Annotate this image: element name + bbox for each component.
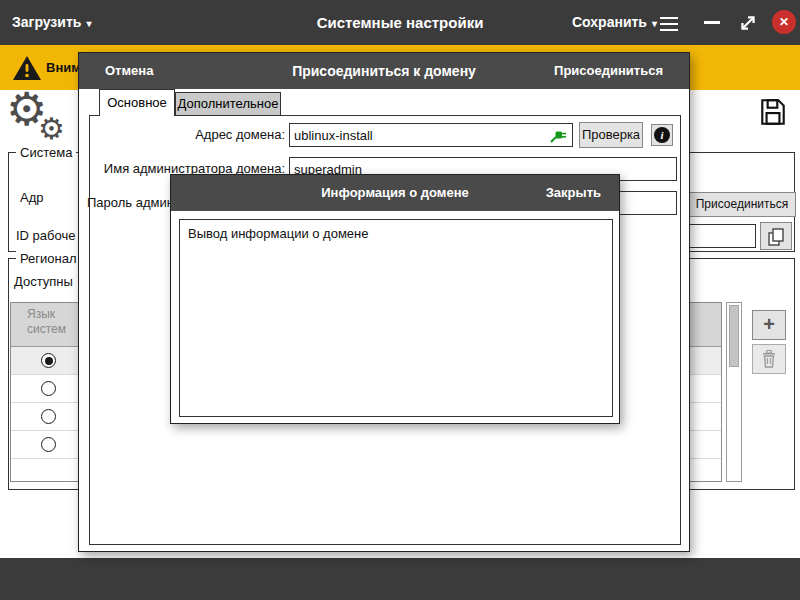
tab-advanced[interactable]: Дополнительное	[175, 92, 281, 116]
floppy-icon	[758, 97, 788, 127]
language-radio[interactable]	[41, 353, 56, 368]
chevron-down-icon: ▾	[652, 18, 657, 29]
copy-id-button[interactable]	[760, 222, 792, 250]
save-file-button[interactable]	[758, 97, 788, 131]
bottom-bar	[0, 558, 800, 600]
titlebar: Загрузить▾ Системные настройки Сохранить…	[0, 0, 800, 45]
language-radio[interactable]	[41, 409, 56, 424]
warning-icon	[12, 55, 42, 85]
check-button[interactable]: Проверка	[579, 122, 643, 148]
save-menu-button[interactable]: Сохранить▾	[572, 0, 657, 46]
info-close-button[interactable]: Закрыть	[546, 175, 601, 211]
connection-plug-icon	[549, 126, 567, 148]
minimize-icon	[704, 21, 720, 24]
admin-password-label: Пароль админ	[87, 191, 174, 215]
system-group-legend: Система	[16, 145, 76, 160]
menu-icon[interactable]	[660, 13, 678, 35]
copy-icon	[766, 227, 786, 247]
save-menu-label: Сохранить	[572, 14, 647, 30]
close-icon: ✕	[779, 15, 789, 29]
regional-group-legend: Регионал	[16, 251, 81, 266]
info-dialog-header: Информация о домене Закрыть	[171, 175, 619, 211]
minimize-button[interactable]	[704, 21, 720, 24]
domain-info-button[interactable]: i	[651, 124, 673, 146]
domain-address-label: Адрес домена:	[99, 123, 285, 147]
header-line2: систем	[27, 322, 66, 336]
expand-icon	[738, 13, 758, 33]
available-languages-label: Доступны	[14, 274, 73, 289]
join-confirm-button[interactable]: Присоединиться	[554, 53, 663, 89]
scrollbar-thumb[interactable]	[729, 305, 739, 367]
delete-language-button[interactable]	[752, 344, 786, 374]
table-scrollbar[interactable]	[726, 302, 742, 482]
tab-basic[interactable]: Основное	[99, 89, 175, 116]
domain-info-dialog: Информация о домене Закрыть Вывод информ…	[170, 174, 620, 424]
join-dialog-header: Отмена Присоединиться к домену Присоедин…	[79, 53, 689, 89]
gear-icon: ⚙	[38, 114, 65, 144]
window-title: Системные настройки	[0, 0, 800, 45]
workstation-id-label: ID рабоче	[16, 228, 75, 243]
language-radio[interactable]	[41, 437, 56, 452]
language-radio[interactable]	[41, 381, 56, 396]
trash-icon	[761, 350, 777, 368]
fullscreen-button[interactable]	[738, 13, 758, 37]
domain-info-output[interactable]: Вывод информации о домене	[179, 219, 613, 417]
info-icon: i	[654, 127, 670, 143]
add-language-button[interactable]: +	[752, 310, 786, 340]
domain-address-input[interactable]	[289, 123, 573, 147]
join-domain-button[interactable]: Присоединиться	[688, 192, 796, 217]
header-line1: Язык	[27, 307, 55, 321]
close-button[interactable]: ✕	[772, 10, 796, 34]
address-label: Адр	[20, 190, 44, 205]
